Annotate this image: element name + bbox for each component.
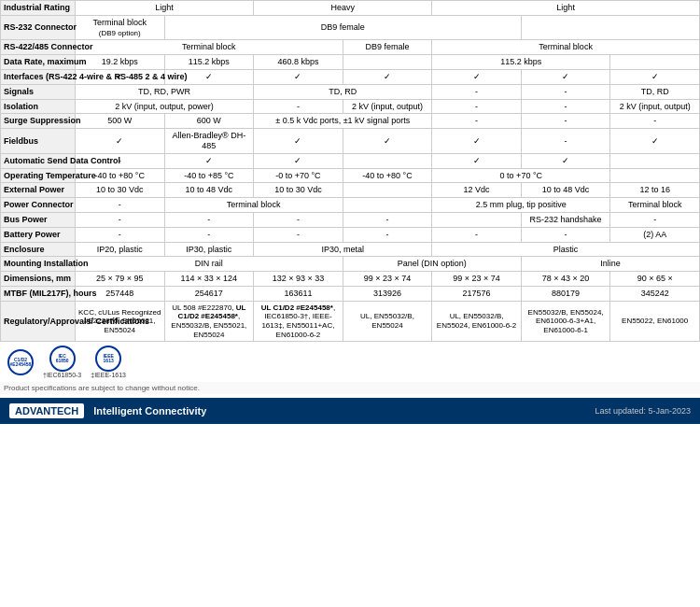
cell: ✓: [432, 153, 522, 168]
main-content: Industrial Rating Light Heavy Light RS-2…: [0, 0, 700, 424]
cell: -: [521, 227, 610, 242]
cell: 90 × 65 ×: [610, 272, 700, 287]
cell: Panel (DIN option): [343, 257, 521, 272]
cell: TD, RD, PWR: [76, 84, 254, 99]
cell: -: [343, 212, 432, 227]
cell: ✓: [254, 69, 343, 84]
row-label-regulatory: Regulatory/Approvals/ Certifications: [1, 301, 76, 341]
cell: DIN rail: [76, 257, 343, 272]
cell: 2 kV (input, output): [343, 99, 432, 114]
cell: 313926: [343, 286, 432, 301]
row-label-rs232: RS-232 Connector: [1, 15, 76, 40]
cert-icons-row: C1/D2#E245458 IEC61850 †IEC61850-3 IEEE1…: [0, 342, 700, 382]
cert-icon-iec61850: IEC61850 †IEC61850-3: [43, 346, 81, 378]
cell: ✓: [521, 69, 610, 84]
cell: -0 to +70 °C: [254, 168, 343, 183]
cell: ✓: [76, 129, 165, 154]
footer-bar: ADVANTECH Intelligent Connectivity Last …: [0, 398, 700, 424]
cell: -40 to +80 °C: [343, 168, 432, 183]
cell: 460.8 kbps: [254, 55, 343, 70]
cell: Terminal block: [432, 40, 700, 55]
cell: ✓: [254, 153, 343, 168]
table-row: Operating Temperature -40 to +80 °C -40 …: [1, 168, 700, 183]
cert-icon-ieee1613-label: ‡IEEE-1613: [91, 372, 126, 378]
cell: 25 × 79 × 95: [76, 272, 165, 287]
row-label-surge: Surge Suppression: [1, 114, 76, 129]
row-label-battpower: Battery Power: [1, 227, 76, 242]
cell: [343, 153, 432, 168]
cell: ✓: [343, 129, 432, 154]
cell: 500 W: [76, 114, 165, 129]
cell: UL 508 #E222870, UL C1/D2 #E245458*, EN5…: [164, 301, 254, 341]
cell: 217576: [432, 286, 522, 301]
row-label-isolation: Isolation: [1, 99, 76, 114]
cell: 115.2 kbps: [164, 55, 254, 70]
cell: -: [432, 99, 522, 114]
cell: ✓: [610, 69, 700, 84]
cell: 19.2 kbps: [76, 55, 165, 70]
table-row-regulatory: Regulatory/Approvals/ Certifications KCC…: [1, 301, 700, 341]
cell: 10 to 30 Vdc: [76, 183, 165, 198]
cell: 114 × 33 × 124: [164, 272, 254, 287]
cert-icon-ieee1613: IEEE1613 ‡IEEE-1613: [91, 346, 126, 378]
table-row: External Power 10 to 30 Vdc 10 to 48 Vdc…: [1, 183, 700, 198]
cell: -: [521, 99, 610, 114]
cell: -: [164, 212, 254, 227]
cell: Heavy: [254, 1, 432, 16]
cell: 10 to 48 Vdc: [521, 183, 610, 198]
row-label-datarate: Data Rate, maximum: [1, 55, 76, 70]
cell: EN55022, EN61000: [610, 301, 700, 341]
cell: [610, 153, 700, 168]
sub-footer: Product specifications are subject to ch…: [0, 382, 700, 394]
table-row: Interfaces (RS-422 4-wire & RS-485 2 & 4…: [1, 69, 700, 84]
cell: 880179: [521, 286, 610, 301]
cell: IP20, plastic: [76, 242, 165, 257]
table-row: Data Rate, maximum 19.2 kbps 115.2 kbps …: [1, 55, 700, 70]
table-row: RS-232 Connector Terminal block(DB9 opti…: [1, 15, 700, 40]
cert-icon-iec61850-label: †IEC61850-3: [43, 372, 81, 378]
cell: 10 to 48 Vdc: [164, 183, 254, 198]
cell: RS-232 handshake: [521, 212, 610, 227]
cell: TD, RD: [254, 84, 432, 99]
cell: 2.5 mm plug, tip positive: [432, 198, 610, 213]
cert-icon-iec61850-symbol: IEC61850: [49, 346, 76, 372]
cell: Allen-Bradley® DH-485: [164, 129, 254, 154]
cell: ✓: [432, 69, 522, 84]
table-row: Bus Power - - - - RS-232 handshake -: [1, 212, 700, 227]
cell: -: [610, 114, 700, 129]
cell: -: [521, 84, 610, 99]
product-note: Product specifications are subject to ch…: [4, 384, 200, 392]
cell: Light: [432, 1, 700, 16]
footer-updated: Last updated: 5-Jan-2023: [595, 406, 691, 416]
row-label-fieldbus: Fieldbus: [1, 129, 76, 154]
cell: 600 W: [164, 114, 254, 129]
table-row: MTBF (MIL217F), hours 257448 254617 1636…: [1, 286, 700, 301]
row-label-buspower: Bus Power: [1, 212, 76, 227]
cell: -: [521, 114, 610, 129]
cell: -: [343, 227, 432, 242]
cell: 115.2 kbps: [432, 55, 610, 70]
cell: -: [521, 129, 610, 154]
footer-tagline: Intelligent Connectivity: [93, 405, 206, 416]
cell: [343, 55, 432, 70]
cell: 99 × 23 × 74: [343, 272, 432, 287]
table-row: Automatic Send Data Control - ✓ ✓ ✓ ✓: [1, 153, 700, 168]
cert-icon-c1d2: C1/D2#E245458: [7, 349, 34, 375]
cell: Terminal block: [164, 198, 343, 213]
row-label-interfaces: Interfaces (RS-422 4-wire & RS-485 2 & 4…: [1, 69, 76, 84]
cell: Plastic: [432, 242, 700, 257]
cell: UL C1/D2 #E245458*, IEC61850-3†, IEEE-16…: [254, 301, 343, 341]
spec-table: Industrial Rating Light Heavy Light RS-2…: [0, 0, 700, 342]
cell: 132 × 93 × 33: [254, 272, 343, 287]
cell: 2 kV (input, output, power): [76, 99, 254, 114]
cell: ✓: [521, 153, 610, 168]
cell: 2 kV (input, output): [610, 99, 700, 114]
cell: 10 to 30 Vdc: [254, 183, 343, 198]
table-row: Battery Power - - - - - - (2) AA: [1, 227, 700, 242]
cell: ✓: [343, 69, 432, 84]
cell: [432, 212, 522, 227]
cell: [610, 168, 700, 183]
cell: 12 to 16: [610, 183, 700, 198]
cell: IP30, metal: [254, 242, 432, 257]
cell: Terminal block: [610, 198, 700, 213]
